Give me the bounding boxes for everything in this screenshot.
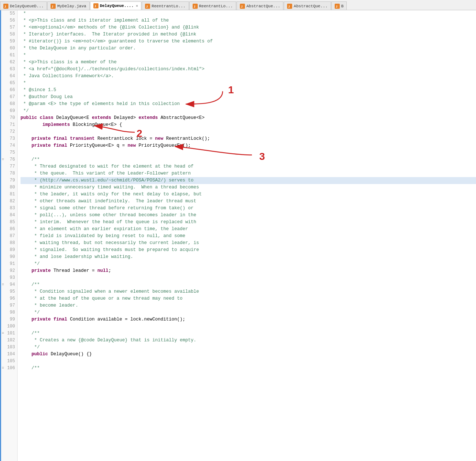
line-num-78: 78 [1, 170, 15, 177]
line-num-87: 87 [1, 233, 15, 240]
line-num-105: 105 [1, 358, 15, 365]
tab-icon-2: J [93, 3, 98, 8]
line-num-104: 104 [1, 351, 15, 358]
tab-0[interactable]: JDelayQueueD... [0, 1, 47, 10]
code-line-67: * @author Doug Lea [21, 94, 476, 101]
tab-label-2: DelayQueue.... [100, 4, 134, 8]
line-num-91: 91 [1, 261, 15, 267]
line-num-95: 95 [1, 288, 15, 295]
line-num-106: 106 [1, 365, 15, 372]
code-line-63: * <a href="{@docRoot}/../technotes/guide… [21, 66, 476, 73]
tab-2[interactable]: JDelayQueue....✕ [90, 1, 141, 10]
tab-label-3: ReentrantLo... [152, 4, 185, 8]
code-line-88: * waiting thread, but not necessarily th… [21, 240, 476, 247]
code-line-91: */ [21, 261, 476, 267]
code-line-60: * the DelayQueue in any particular order… [21, 45, 476, 52]
code-content: 123 * * <p>This class and its iterator i… [18, 10, 476, 461]
tab-3[interactable]: JReentrantLo... [142, 1, 189, 10]
code-line-55: * [21, 10, 476, 17]
editor-area: 5556575859606162636465666768697071727374… [0, 10, 476, 461]
line-num-63: 63 [1, 66, 15, 73]
tab-label-4: ReentrantLo... [199, 4, 233, 8]
code-line-79: * (http://www.cs.wustl.edu/~schmidt/POSA… [21, 177, 476, 184]
line-num-74: 74 [1, 142, 15, 149]
code-line-92: private Thread leader = null; [21, 267, 476, 274]
svg-text:J: J [94, 4, 96, 8]
tab-icon-1: J [51, 4, 56, 9]
line-num-97: 97 [1, 302, 15, 309]
line-num-60: 60 [1, 45, 15, 52]
tab-label-7: B [341, 4, 344, 8]
line-num-98: 98 [1, 309, 15, 316]
line-num-57: 57 [1, 24, 15, 31]
svg-text:J: J [146, 5, 148, 8]
svg-text:J: J [52, 5, 53, 8]
tab-7[interactable]: JB [331, 1, 347, 10]
code-line-76: /** [21, 156, 476, 163]
line-num-103: 103 [1, 344, 15, 351]
code-line-82: * other threads await indefinitely. The … [21, 198, 476, 205]
line-num-86: 86 [1, 226, 15, 233]
line-num-96: 96 [1, 295, 15, 302]
tab-5[interactable]: JAbstractQue... [237, 1, 283, 10]
code-line-104: public DelayQueue() {} [21, 351, 476, 358]
line-num-93: 93 [1, 274, 15, 281]
code-line-68: * @param <E> the type of elements held i… [21, 101, 476, 108]
code-line-105 [21, 358, 476, 365]
line-num-80: 80 [1, 184, 15, 191]
tab-icon-0: J [3, 4, 8, 9]
code-line-59: * #iterator()} is <em>not</em> guarantee… [21, 38, 476, 45]
tab-label-1: MyDelay.java [57, 4, 86, 8]
line-num-69: 69 [1, 108, 15, 115]
svg-text:J: J [241, 5, 243, 8]
tab-4[interactable]: JReentrantLo... [189, 1, 236, 10]
tab-icon-5: J [240, 4, 245, 9]
code-line-75 [21, 149, 476, 156]
line-num-71: 71 [1, 121, 15, 128]
code-line-99: private final Condition available = lock… [21, 316, 476, 323]
code-line-90: * and lose leadership while waiting. [21, 254, 476, 261]
code-line-94: /** [21, 281, 476, 288]
line-num-94: 94 [1, 281, 15, 288]
code-line-85: * interim. Whenever the head of the queu… [21, 219, 476, 226]
code-line-77: * Thread designated to wait for the elem… [21, 163, 476, 170]
line-num-81: 81 [1, 191, 15, 198]
tab-label-0: DelayQueueD... [10, 4, 44, 8]
code-line-101: /** [21, 330, 476, 337]
code-line-86: * an element with an earlier expiration … [21, 226, 476, 233]
tab-icon-4: J [193, 4, 198, 9]
line-num-67: 67 [1, 94, 15, 101]
line-num-55: 55 [1, 10, 15, 17]
line-num-66: 66 [1, 87, 15, 94]
code-line-80: * minimize unnecessary timed waiting. Wh… [21, 184, 476, 191]
svg-text:J: J [4, 5, 6, 8]
line-num-62: 62 [1, 59, 15, 66]
code-line-56: * <p>This class and its iterator impleme… [21, 17, 476, 24]
tab-label-6: AbstractQue... [294, 4, 327, 8]
line-num-79: 79 [1, 177, 15, 184]
tab-icon-3: J [145, 4, 150, 9]
svg-text:J: J [336, 5, 338, 8]
code-line-103: */ [21, 344, 476, 351]
tab-6[interactable]: JAbstractQue... [284, 1, 331, 10]
tab-icon-7: J [335, 4, 340, 9]
tab-close-2[interactable]: ✕ [136, 4, 138, 8]
line-num-83: 83 [1, 205, 15, 212]
line-num-59: 59 [1, 38, 15, 45]
line-gutter: 5556575859606162636465666768697071727374… [1, 10, 18, 461]
code-line-69: */ [21, 108, 476, 115]
code-line-95: * Condition signalled when a newer eleme… [21, 288, 476, 295]
code-line-72 [21, 128, 476, 135]
code-line-93 [21, 274, 476, 281]
line-num-102: 102 [1, 337, 15, 344]
tab-1[interactable]: JMyDelay.java [47, 1, 89, 10]
line-num-82: 82 [1, 198, 15, 205]
line-num-92: 92 [1, 267, 15, 274]
svg-text:J: J [194, 5, 196, 8]
code-line-62: * <p>This class is a member of the [21, 59, 476, 66]
tab-bar: JDelayQueueD...JMyDelay.javaJDelayQueue.… [0, 0, 476, 10]
line-num-65: 65 [1, 80, 15, 87]
code-line-64: * Java Collections Framework</a>. [21, 73, 476, 80]
line-num-88: 88 [1, 240, 15, 247]
line-num-61: 61 [1, 52, 15, 59]
